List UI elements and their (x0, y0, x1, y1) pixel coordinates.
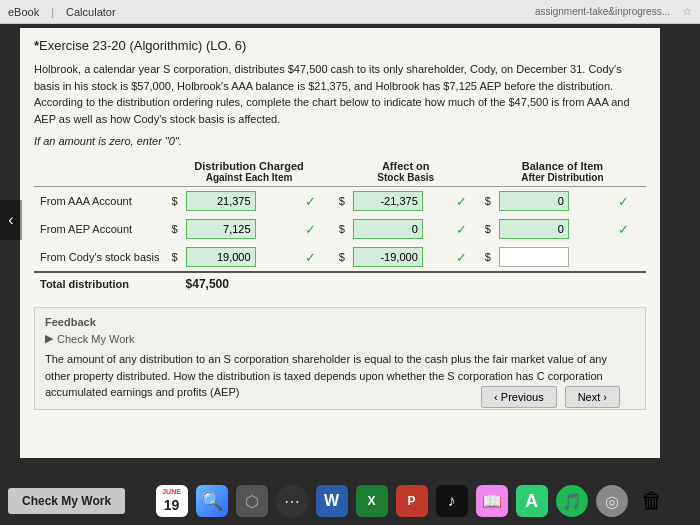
row1-value1-cell (180, 187, 297, 216)
row2-dollar3: $ (479, 215, 493, 243)
star-icon[interactable]: ☆ (682, 5, 692, 18)
chevron-left-icon: ‹ (494, 391, 498, 403)
green-app-icon[interactable]: A (516, 485, 548, 517)
dock: JUNE 19 🔍 ⬡ ⋯ W X P ♪ 📖 A (131, 485, 692, 517)
row1-label: From AAA Account (34, 187, 165, 216)
chevron-right-icon: › (603, 391, 607, 403)
row2-value1-cell (180, 215, 297, 243)
powerpoint-icon[interactable]: P (396, 485, 428, 517)
exercise-title: *Exercise 23-20 (Algorithmic) (LO. 6) (34, 38, 646, 53)
description: Holbrook, a calendar year S corporation,… (34, 61, 646, 127)
music-icon[interactable]: ♪ (436, 485, 468, 517)
app2-icon[interactable]: ⋯ (276, 485, 308, 517)
row3-value2-cell (347, 243, 448, 272)
zero-instruction: If an amount is zero, enter "0". (34, 135, 646, 147)
row3-value2-input[interactable] (353, 247, 423, 267)
row1-value2-cell (347, 187, 448, 216)
row2-check1: ✓ (305, 222, 316, 237)
misc-icon[interactable]: ◎ (596, 485, 628, 517)
row2-dollar1: $ (165, 215, 179, 243)
col3-header-sub: Stock Basis (339, 172, 473, 183)
ebook-tab[interactable]: eBook (8, 6, 39, 18)
row2-value2-cell (347, 215, 448, 243)
check-my-work-button[interactable]: Check My Work (8, 488, 125, 514)
row1-value3-cell (493, 187, 610, 216)
trash-icon[interactable]: 🗑 (636, 485, 668, 517)
total-value: $47,500 (180, 272, 646, 295)
row1-check2: ✓ (456, 194, 467, 209)
row1-check3: ✓ (618, 194, 629, 209)
table-row: From AAA Account $ ✓ $ ✓ $ ✓ (34, 187, 646, 216)
col4-header-main: Balance of Item (485, 160, 640, 172)
next-button[interactable]: Next › (565, 386, 620, 408)
col2-header-sub: Against Each Item (171, 172, 326, 183)
main-content: *Exercise 23-20 (Algorithmic) (LO. 6) Ho… (20, 28, 660, 458)
calculator-tab[interactable]: Calculator (66, 6, 116, 18)
row3-check1: ✓ (305, 250, 316, 265)
row3-check2: ✓ (456, 250, 467, 265)
row2-dollar2: $ (333, 215, 347, 243)
word-icon[interactable]: W (316, 485, 348, 517)
row1-dollar1: $ (165, 187, 179, 216)
app1-icon[interactable]: ⬡ (236, 485, 268, 517)
progress-label: assignment-take&inprogress... (535, 6, 670, 17)
bottom-nav: ‹ Previous Next › (481, 386, 620, 408)
col2-header-main: Distribution Charged (171, 160, 326, 172)
finder-icon[interactable]: 🔍 (196, 485, 228, 517)
row2-check2: ✓ (456, 222, 467, 237)
col3-header-main: Affect on (339, 160, 473, 172)
checkmark-icon: ▶ (45, 332, 53, 345)
col4-header-sub: After Distribution (485, 172, 640, 183)
row1-dollar2: $ (333, 187, 347, 216)
row2-value3-input[interactable] (499, 219, 569, 239)
row2-value3-cell (493, 215, 610, 243)
books-icon[interactable]: 📖 (476, 485, 508, 517)
row2-label: From AEP Account (34, 215, 165, 243)
row3-value3-input[interactable] (499, 247, 569, 267)
distribution-table: Distribution Charged Against Each Item A… (34, 157, 646, 295)
total-row: Total distribution $47,500 (34, 272, 646, 295)
calendar-icon[interactable]: JUNE 19 (156, 485, 188, 517)
top-bar: eBook | Calculator assignment-take&inpro… (0, 0, 700, 24)
spotify-icon[interactable]: 🎵 (556, 485, 588, 517)
row1-value3-input[interactable] (499, 191, 569, 211)
row2-value2-input[interactable] (353, 219, 423, 239)
row3-value3-cell (493, 243, 610, 272)
left-nav-arrow[interactable]: ‹ (0, 200, 22, 240)
row3-dollar2: $ (333, 243, 347, 272)
row1-dollar3: $ (479, 187, 493, 216)
table-row: From Cody's stock basis $ ✓ $ ✓ $ (34, 243, 646, 272)
bottom-bar: Check My Work JUNE 19 🔍 ⬡ ⋯ W X P ♪ (0, 477, 700, 525)
row1-value1-input[interactable] (186, 191, 256, 211)
feedback-title: Feedback (45, 316, 635, 328)
row2-value1-input[interactable] (186, 219, 256, 239)
row3-value1-input[interactable] (186, 247, 256, 267)
row3-dollar1: $ (165, 243, 179, 272)
check-my-work-link[interactable]: ▶ Check My Work (45, 332, 635, 345)
row1-value2-input[interactable] (353, 191, 423, 211)
row1-check1: ✓ (305, 194, 316, 209)
excel-icon[interactable]: X (356, 485, 388, 517)
row3-dollar3: $ (479, 243, 493, 272)
row2-check3: ✓ (618, 222, 629, 237)
table-row: From AEP Account $ ✓ $ ✓ $ ✓ (34, 215, 646, 243)
row3-value1-cell (180, 243, 297, 272)
previous-button[interactable]: ‹ Previous (481, 386, 557, 408)
total-label: Total distribution (34, 272, 165, 295)
row3-label: From Cody's stock basis (34, 243, 165, 272)
